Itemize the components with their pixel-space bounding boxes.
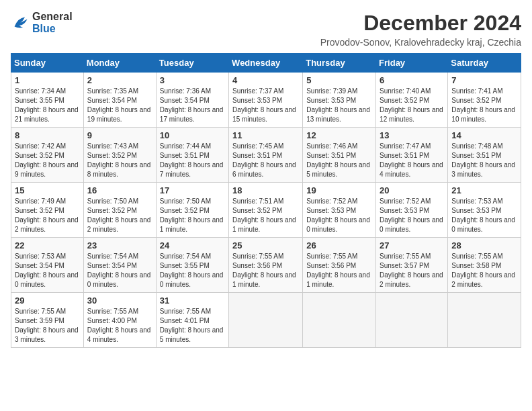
calendar-day-cell [448,293,521,348]
calendar-day-cell: 19Sunrise: 7:52 AMSunset: 3:53 PMDayligh… [303,183,376,238]
weekday-header: Monday [83,54,156,73]
logo: General Blue [11,11,73,34]
calendar-day-cell: 18Sunrise: 7:51 AMSunset: 3:52 PMDayligh… [229,183,303,238]
weekday-header: Thursday [303,54,376,73]
calendar-day-cell: 10Sunrise: 7:44 AMSunset: 3:51 PMDayligh… [156,128,228,183]
calendar-day-cell: 22Sunrise: 7:53 AMSunset: 3:54 PMDayligh… [11,238,84,293]
calendar-day-cell: 3Sunrise: 7:36 AMSunset: 3:54 PMDaylight… [156,73,228,128]
weekday-header: Saturday [448,54,521,73]
calendar-week-row: 1Sunrise: 7:34 AMSunset: 3:55 PMDaylight… [11,73,521,128]
title-section: December 2024 Provodov-Sonov, Kralovehra… [320,11,521,48]
calendar-day-cell: 7Sunrise: 7:41 AMSunset: 3:52 PMDaylight… [448,73,521,128]
calendar-day-cell: 16Sunrise: 7:50 AMSunset: 3:52 PMDayligh… [83,183,156,238]
calendar-day-cell: 2Sunrise: 7:35 AMSunset: 3:54 PMDaylight… [83,73,156,128]
calendar-day-cell: 5Sunrise: 7:39 AMSunset: 3:53 PMDaylight… [303,73,376,128]
calendar-day-cell: 30Sunrise: 7:55 AMSunset: 4:00 PMDayligh… [83,293,156,348]
calendar-table: SundayMondayTuesdayWednesdayThursdayFrid… [11,53,521,348]
weekday-header: Tuesday [156,54,228,73]
calendar-day-cell [376,293,448,348]
calendar-day-cell: 29Sunrise: 7:55 AMSunset: 3:59 PMDayligh… [11,293,84,348]
weekday-header: Sunday [11,54,84,73]
calendar-day-cell: 21Sunrise: 7:53 AMSunset: 3:53 PMDayligh… [448,183,521,238]
logo-icon [11,13,30,32]
calendar-day-cell: 14Sunrise: 7:48 AMSunset: 3:51 PMDayligh… [448,128,521,183]
calendar-week-row: 15Sunrise: 7:49 AMSunset: 3:52 PMDayligh… [11,183,521,238]
calendar-day-cell: 6Sunrise: 7:40 AMSunset: 3:52 PMDaylight… [376,73,448,128]
weekday-header: Wednesday [229,54,303,73]
calendar-day-cell: 23Sunrise: 7:54 AMSunset: 3:54 PMDayligh… [83,238,156,293]
month-title: December 2024 [320,11,521,36]
calendar-day-cell: 31Sunrise: 7:55 AMSunset: 4:01 PMDayligh… [156,293,228,348]
calendar-day-cell: 9Sunrise: 7:43 AMSunset: 3:52 PMDaylight… [83,128,156,183]
weekday-header-row: SundayMondayTuesdayWednesdayThursdayFrid… [11,54,521,73]
calendar-day-cell: 8Sunrise: 7:42 AMSunset: 3:52 PMDaylight… [11,128,84,183]
calendar-day-cell: 13Sunrise: 7:47 AMSunset: 3:51 PMDayligh… [376,128,448,183]
calendar-week-row: 22Sunrise: 7:53 AMSunset: 3:54 PMDayligh… [11,238,521,293]
calendar-day-cell: 4Sunrise: 7:37 AMSunset: 3:53 PMDaylight… [229,73,303,128]
calendar-day-cell: 27Sunrise: 7:55 AMSunset: 3:57 PMDayligh… [376,238,448,293]
page-header: General Blue December 2024 Provodov-Sono… [11,11,521,48]
calendar-day-cell: 12Sunrise: 7:46 AMSunset: 3:51 PMDayligh… [303,128,376,183]
calendar-day-cell: 11Sunrise: 7:45 AMSunset: 3:51 PMDayligh… [229,128,303,183]
location-subtitle: Provodov-Sonov, Kralovehradecky kraj, Cz… [320,37,521,48]
calendar-day-cell: 26Sunrise: 7:55 AMSunset: 3:56 PMDayligh… [303,238,376,293]
calendar-day-cell: 28Sunrise: 7:55 AMSunset: 3:58 PMDayligh… [448,238,521,293]
calendar-week-row: 8Sunrise: 7:42 AMSunset: 3:52 PMDaylight… [11,128,521,183]
calendar-day-cell: 24Sunrise: 7:54 AMSunset: 3:55 PMDayligh… [156,238,228,293]
calendar-day-cell: 17Sunrise: 7:50 AMSunset: 3:52 PMDayligh… [156,183,228,238]
calendar-day-cell: 1Sunrise: 7:34 AMSunset: 3:55 PMDaylight… [11,73,84,128]
calendar-week-row: 29Sunrise: 7:55 AMSunset: 3:59 PMDayligh… [11,293,521,348]
calendar-day-cell [303,293,376,348]
weekday-header: Friday [376,54,448,73]
calendar-day-cell: 20Sunrise: 7:52 AMSunset: 3:53 PMDayligh… [376,183,448,238]
calendar-day-cell: 15Sunrise: 7:49 AMSunset: 3:52 PMDayligh… [11,183,84,238]
calendar-day-cell: 25Sunrise: 7:55 AMSunset: 3:56 PMDayligh… [229,238,303,293]
calendar-day-cell [229,293,303,348]
logo-text: General Blue [32,11,73,34]
